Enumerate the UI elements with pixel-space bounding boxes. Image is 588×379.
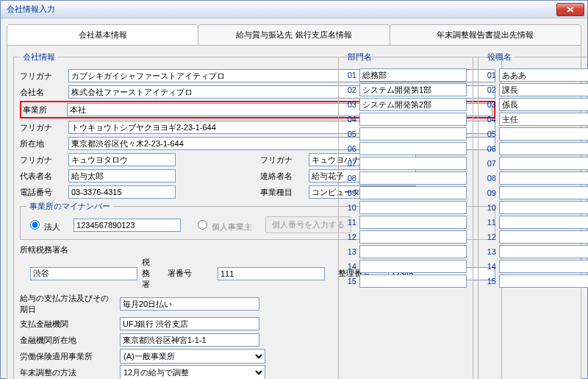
department-input[interactable] (359, 260, 467, 273)
position-row: 09 (484, 186, 588, 199)
position-row: 07 (484, 157, 588, 170)
title-bar: 会社情報入力 (1, 1, 587, 18)
position-input[interactable] (499, 113, 588, 126)
department-input[interactable] (359, 68, 467, 82)
position-input[interactable] (499, 230, 588, 244)
labor-office-select[interactable]: (A)一般事業所 (120, 349, 265, 364)
tax-office-input[interactable] (30, 267, 137, 280)
position-row: 12 (484, 230, 588, 244)
department-row: 04 (345, 113, 467, 126)
department-input[interactable] (359, 83, 467, 96)
label-bank-addr: 金融機関所在地 (20, 335, 115, 346)
radio-indiv[interactable] (198, 220, 207, 230)
position-input[interactable] (499, 260, 588, 273)
department-row: 02 (345, 83, 467, 96)
position-input[interactable] (499, 157, 588, 170)
department-row-number: 02 (345, 85, 356, 94)
position-row-number: 12 (484, 233, 496, 241)
radio-corp-label[interactable]: 法人 (26, 218, 60, 233)
department-row-number: 12 (345, 233, 356, 241)
tab-bank-info[interactable]: 給与賞与振込先 銀行支店名情報 (198, 24, 390, 46)
position-row-number: 10 (484, 203, 496, 212)
department-row-number: 08 (345, 174, 356, 183)
department-input[interactable] (359, 142, 467, 155)
position-row: 15 (484, 274, 588, 288)
department-row-number: 10 (345, 203, 356, 212)
tab-bar: 会社基本情報 給与賞与振込先 銀行支店名情報 年末調整報告書提出先情報 (7, 24, 581, 46)
position-row-number: 13 (484, 247, 496, 256)
position-row: 03 (484, 98, 588, 111)
department-group: 部門名 010203040506070809101112131415 (338, 52, 473, 379)
nencho-select[interactable]: 12月の給与で調整 (120, 365, 265, 379)
position-input[interactable] (499, 127, 588, 141)
main-panel: 会社情報 フリガナ 会社名 事業所 フリガナ (7, 46, 581, 379)
position-input[interactable] (499, 201, 588, 214)
position-input[interactable] (499, 68, 588, 82)
department-row: 11 (345, 216, 467, 229)
window-close-button[interactable] (556, 3, 584, 16)
department-row-number: 06 (345, 144, 356, 153)
department-input[interactable] (359, 201, 467, 214)
mynumber-input[interactable] (74, 219, 181, 232)
position-row: 01 (484, 68, 588, 82)
department-input[interactable] (359, 216, 467, 229)
position-input[interactable] (499, 83, 588, 96)
department-row: 12 (345, 230, 467, 244)
department-input[interactable] (359, 274, 467, 288)
department-row-number: 11 (345, 218, 356, 227)
close-icon (567, 7, 574, 13)
office-no-input[interactable] (218, 267, 325, 280)
position-row-number: 02 (484, 85, 496, 94)
department-row: 13 (345, 245, 467, 258)
label-office: 事業所 (23, 105, 62, 116)
window-title: 会社情報入力 (4, 4, 556, 15)
department-row-number: 04 (345, 115, 356, 124)
position-input[interactable] (499, 274, 588, 288)
position-row: 06 (484, 142, 588, 155)
position-input[interactable] (499, 142, 588, 155)
label-office-no: 署番号 (168, 268, 204, 279)
phone-input[interactable] (68, 185, 176, 199)
department-input[interactable] (359, 186, 467, 199)
position-row-number: 07 (484, 159, 496, 168)
radio-indiv-label[interactable]: 個人事業主 (194, 218, 252, 233)
position-row-number: 15 (484, 277, 496, 286)
department-input[interactable] (359, 157, 467, 170)
bank-input[interactable] (120, 317, 259, 330)
mynumber-legend: 事業所のマイナンバー (26, 201, 113, 212)
rep-kana-input[interactable] (68, 153, 176, 166)
label-furigana: フリガナ (20, 71, 64, 82)
department-input[interactable] (359, 113, 467, 126)
position-input[interactable] (499, 186, 588, 199)
label-pay-method: 給与の支払方法及びその期日 (20, 293, 115, 315)
department-input[interactable] (359, 171, 467, 185)
position-row-number: 06 (484, 144, 496, 153)
pay-method-input[interactable] (120, 297, 259, 311)
department-input[interactable] (359, 245, 467, 258)
department-row: 09 (345, 186, 467, 199)
position-row-number: 08 (484, 174, 496, 183)
position-row-number: 05 (484, 130, 496, 138)
department-row: 06 (345, 142, 467, 155)
position-input[interactable] (499, 245, 588, 258)
department-legend: 部門名 (345, 52, 375, 63)
position-input[interactable] (499, 98, 588, 111)
department-input[interactable] (359, 98, 467, 111)
position-row: 05 (484, 127, 588, 141)
position-group: 役職名 010203040506070809101112131415 (478, 52, 588, 379)
department-row-number: 03 (345, 100, 356, 109)
tab-nencho-report[interactable]: 年末調整報告書提出先情報 (390, 24, 581, 46)
rep-input[interactable] (68, 169, 176, 183)
tab-company-basic[interactable]: 会社基本情報 (7, 24, 198, 46)
label-contact: 連絡者名 (260, 171, 304, 182)
label-address: 所在地 (20, 138, 64, 149)
department-row-number: 14 (345, 262, 356, 271)
position-input[interactable] (499, 171, 588, 185)
department-input[interactable] (359, 230, 467, 244)
department-input[interactable] (359, 127, 467, 141)
position-input[interactable] (499, 216, 588, 229)
department-row: 01 (345, 68, 467, 82)
radio-corp[interactable] (30, 220, 40, 230)
position-row-number: 09 (484, 188, 496, 197)
bank-addr-input[interactable] (120, 333, 259, 347)
